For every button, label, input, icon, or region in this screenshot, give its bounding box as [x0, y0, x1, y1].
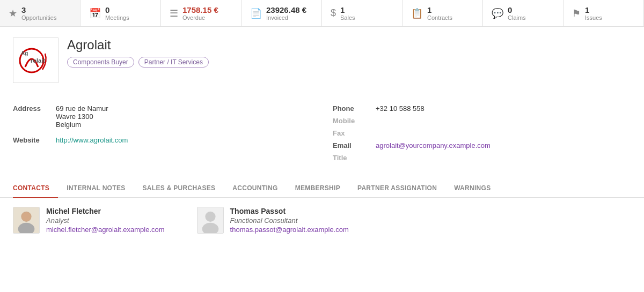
title-row: Title	[333, 152, 631, 164]
stat-opportunities[interactable]: ★ 3 Opportunities	[0, 0, 80, 26]
stat-issues[interactable]: ⚑ 1 Issues	[564, 0, 644, 26]
contracts-label: Contracts	[427, 14, 452, 21]
tab-internal-notes[interactable]: INTERNAL NOTES	[58, 179, 134, 198]
phone-value: +32 10 588 558	[376, 104, 425, 113]
stat-invoiced[interactable]: 📄 23926.48 € Invoiced	[241, 0, 322, 26]
claims-count: 0	[508, 5, 526, 14]
tab-accounting[interactable]: ACCOUNTING	[224, 179, 286, 198]
company-name: Agrolait	[67, 38, 631, 53]
phone-label: Phone	[333, 104, 376, 113]
stat-sales[interactable]: $ 1 Sales	[322, 0, 402, 26]
issues-icon: ⚑	[572, 8, 581, 19]
fax-label: Fax	[333, 129, 376, 137]
contact-email[interactable]: thomas.passot@agrolait.example.com	[230, 226, 349, 234]
contact-details: Thomas Passot Functional Consultant thom…	[230, 207, 349, 234]
phone-row: Phone +32 10 588 558	[333, 102, 631, 115]
contact-name: Thomas Passot	[230, 207, 349, 215]
stat-overdue[interactable]: ☰ 1758.15 € Overdue	[161, 0, 241, 26]
stat-claims[interactable]: 💬 0 Claims	[483, 0, 564, 26]
email-row: Email agrolait@yourcompany.example.com	[333, 139, 631, 152]
claims-label: Claims	[508, 14, 526, 21]
right-details: Phone +32 10 588 558 Mobile Fax Email ag…	[333, 102, 631, 164]
meetings-label: Meetings	[105, 14, 129, 21]
invoiced-count: 23926.48 €	[266, 5, 306, 14]
mobile-label: Mobile	[333, 117, 376, 125]
address-city: Wavre 1300	[56, 113, 108, 121]
contact-card: Thomas Passot Functional Consultant thom…	[197, 207, 349, 234]
tab-warnings[interactable]: WARNINGS	[445, 179, 499, 198]
invoiced-icon: 📄	[250, 8, 262, 19]
company-tag[interactable]: Partner / IT Services	[138, 57, 209, 68]
contact-card: Michel Fletcher Analyst michel.fletcher@…	[13, 207, 165, 234]
contracts-icon: 📋	[411, 8, 423, 19]
fax-row: Fax	[333, 127, 631, 139]
address-label: Address	[13, 104, 56, 113]
stats-bar: ★ 3 Opportunities 📅 0 Meetings ☰ 1758.15…	[0, 0, 644, 27]
contact-role: Analyst	[46, 216, 165, 224]
contact-avatar-svg	[13, 207, 39, 234]
contact-avatar	[13, 207, 40, 234]
svg-point-6	[21, 212, 31, 221]
company-header: rolait Ag Agrolait Components BuyerPartn…	[0, 27, 644, 94]
company-logo: rolait Ag	[13, 38, 58, 83]
contact-avatar-svg	[197, 207, 223, 234]
mobile-row: Mobile	[333, 115, 631, 127]
left-details: Address 69 rue de Namur Wavre 1300 Belgi…	[13, 102, 311, 164]
tab-membership[interactable]: MEMBERSHIP	[287, 179, 349, 198]
address-value: 69 rue de Namur Wavre 1300 Belgium	[56, 104, 108, 129]
contact-email[interactable]: michel.fletcher@agrolait.example.com	[46, 226, 165, 234]
contracts-count: 1	[427, 5, 452, 14]
tab-partner-assignation[interactable]: PARTNER ASSIGNATION	[349, 179, 445, 198]
sales-icon: $	[331, 8, 336, 19]
svg-text:Ag: Ag	[21, 50, 28, 56]
tabs-container: CONTACTSINTERNAL NOTESSALES & PURCHASESA…	[0, 179, 644, 198]
address-country: Belgium	[56, 121, 108, 129]
overdue-icon: ☰	[170, 8, 178, 19]
opportunities-label: Opportunities	[21, 14, 56, 21]
svg-point-8	[205, 212, 215, 222]
company-tag[interactable]: Components Buyer	[67, 57, 134, 68]
stat-meetings[interactable]: 📅 0 Meetings	[80, 0, 161, 26]
website-label: Website	[13, 136, 56, 144]
contact-name: Michel Fletcher	[46, 207, 165, 215]
sales-label: Sales	[340, 14, 355, 21]
issues-count: 1	[585, 5, 602, 14]
svg-text:rolait: rolait	[31, 57, 45, 64]
website-link[interactable]: http://www.agrolait.com	[56, 136, 128, 144]
opportunities-count: 3	[21, 5, 56, 14]
title-label: Title	[333, 154, 376, 162]
address-row: Address 69 rue de Namur Wavre 1300 Belgi…	[13, 102, 311, 131]
company-tags: Components BuyerPartner / IT Services	[67, 57, 631, 68]
stat-contracts[interactable]: 📋 1 Contracts	[402, 0, 483, 26]
contact-details: Michel Fletcher Analyst michel.fletcher@…	[46, 207, 165, 234]
overdue-count: 1758.15 €	[182, 5, 218, 14]
address-street: 69 rue de Namur	[56, 104, 108, 113]
email-value[interactable]: agrolait@yourcompany.example.com	[376, 141, 491, 149]
claims-icon: 💬	[492, 8, 503, 19]
opportunities-icon: ★	[9, 8, 17, 19]
tab-contacts[interactable]: CONTACTS	[13, 179, 58, 198]
contacts-list: Michel Fletcher Analyst michel.fletcher@…	[0, 198, 644, 242]
contact-role: Functional Consultant	[230, 216, 349, 224]
invoiced-label: Invoiced	[266, 14, 306, 21]
meetings-count: 0	[105, 5, 129, 14]
overdue-label: Overdue	[182, 14, 218, 21]
issues-label: Issues	[585, 14, 602, 21]
website-row: Website http://www.agrolait.com	[13, 134, 311, 146]
contact-avatar	[197, 207, 224, 234]
meetings-icon: 📅	[89, 8, 101, 19]
details-section: Address 69 rue de Namur Wavre 1300 Belgi…	[0, 94, 644, 173]
email-label: Email	[333, 141, 376, 149]
sales-count: 1	[340, 5, 355, 14]
company-info: Agrolait Components BuyerPartner / IT Se…	[67, 38, 631, 68]
tab-sales-purchases[interactable]: SALES & PURCHASES	[134, 179, 224, 198]
